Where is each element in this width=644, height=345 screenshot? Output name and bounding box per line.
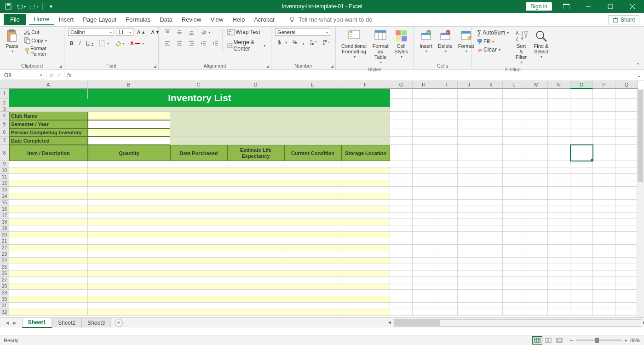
- horizontal-scrollbar[interactable]: ◄ ►: [393, 319, 641, 327]
- cell[interactable]: [503, 296, 525, 303]
- cell[interactable]: [170, 107, 227, 112]
- cell[interactable]: [284, 296, 341, 303]
- cell[interactable]: [390, 99, 413, 107]
- cell[interactable]: [503, 270, 525, 277]
- cell[interactable]: [170, 213, 227, 219]
- column-header[interactable]: A: [9, 81, 88, 89]
- cell[interactable]: [458, 219, 480, 225]
- cell[interactable]: [390, 290, 413, 296]
- cell[interactable]: [458, 193, 480, 200]
- cell[interactable]: [615, 174, 638, 180]
- cell[interactable]: [435, 232, 458, 238]
- cell[interactable]: [615, 112, 638, 120]
- cell[interactable]: [284, 174, 341, 180]
- cell[interactable]: [615, 245, 638, 251]
- cell[interactable]: [341, 264, 390, 270]
- cell[interactable]: [170, 232, 227, 238]
- cell[interactable]: [548, 258, 570, 264]
- cell[interactable]: [548, 145, 570, 161]
- cell[interactable]: [227, 161, 284, 167]
- cell[interactable]: [615, 200, 638, 206]
- cell[interactable]: [170, 89, 227, 99]
- cell[interactable]: [480, 238, 503, 245]
- cell[interactable]: [458, 264, 480, 270]
- cell[interactable]: [435, 128, 458, 137]
- cell[interactable]: [9, 303, 88, 309]
- cell[interactable]: [284, 120, 341, 128]
- cell[interactable]: [548, 193, 570, 200]
- cell[interactable]: [593, 309, 615, 316]
- sheet-nav-prev-icon[interactable]: ◄: [5, 320, 10, 326]
- cell[interactable]: [458, 120, 480, 128]
- cell[interactable]: [170, 174, 227, 180]
- cell[interactable]: [390, 283, 413, 290]
- new-sheet-button[interactable]: +: [115, 319, 123, 327]
- cell[interactable]: [480, 225, 503, 232]
- cell[interactable]: [88, 99, 170, 107]
- cell[interactable]: [390, 232, 413, 238]
- cell[interactable]: [548, 270, 570, 277]
- borders-button[interactable]: ▾: [97, 40, 111, 47]
- cell[interactable]: [390, 120, 413, 128]
- cell[interactable]: [593, 145, 615, 161]
- cell[interactable]: [390, 245, 413, 251]
- cell[interactable]: [435, 213, 458, 219]
- row-header[interactable]: 29: [0, 290, 9, 296]
- alignment-launcher-icon[interactable]: ◢: [266, 64, 269, 69]
- cell[interactable]: [593, 232, 615, 238]
- cell[interactable]: [525, 270, 548, 277]
- cell[interactable]: [615, 303, 638, 309]
- cell[interactable]: [458, 258, 480, 264]
- cell[interactable]: [615, 167, 638, 174]
- cell[interactable]: [88, 206, 170, 213]
- cell[interactable]: [413, 264, 435, 270]
- format-painter-button[interactable]: Format Painter: [22, 45, 60, 57]
- minimize-icon[interactable]: [578, 0, 599, 13]
- cell[interactable]: [480, 161, 503, 167]
- cell[interactable]: [170, 120, 227, 128]
- cell[interactable]: [341, 296, 390, 303]
- cell[interactable]: [593, 180, 615, 187]
- cell[interactable]: [435, 145, 458, 161]
- cell[interactable]: [570, 290, 593, 296]
- cell[interactable]: [503, 193, 525, 200]
- cell[interactable]: [458, 277, 480, 283]
- wrap-text-button[interactable]: abcWrap Text: [225, 29, 267, 36]
- cell[interactable]: [88, 277, 170, 283]
- cell[interactable]: [570, 187, 593, 193]
- cell[interactable]: [227, 112, 284, 120]
- cell[interactable]: [341, 213, 390, 219]
- cell[interactable]: [570, 277, 593, 283]
- cell[interactable]: [458, 89, 480, 99]
- cell[interactable]: [570, 180, 593, 187]
- cell[interactable]: [341, 303, 390, 309]
- cell[interactable]: [570, 145, 593, 161]
- merge-center-button[interactable]: Merge & Center▾: [225, 39, 267, 52]
- column-header[interactable]: C: [170, 81, 227, 89]
- cell[interactable]: [88, 219, 170, 225]
- tab-data[interactable]: Data: [155, 14, 177, 25]
- cell[interactable]: [615, 180, 638, 187]
- cell[interactable]: [88, 107, 170, 112]
- cell[interactable]: [593, 264, 615, 270]
- column-header[interactable]: O: [570, 81, 593, 89]
- cell[interactable]: [341, 99, 390, 107]
- cell[interactable]: [170, 283, 227, 290]
- cell[interactable]: [170, 251, 227, 258]
- cell[interactable]: [593, 303, 615, 309]
- cell[interactable]: [480, 137, 503, 145]
- cell[interactable]: [390, 107, 413, 112]
- cell[interactable]: [413, 232, 435, 238]
- scroll-left-icon[interactable]: ◄: [386, 320, 393, 326]
- cell[interactable]: [9, 213, 88, 219]
- column-header[interactable]: L: [503, 81, 525, 89]
- cell[interactable]: [525, 193, 548, 200]
- cell[interactable]: [227, 128, 284, 137]
- cell[interactable]: [9, 107, 88, 112]
- cell[interactable]: [548, 303, 570, 309]
- cell[interactable]: [480, 107, 503, 112]
- row-header[interactable]: 25: [0, 264, 9, 270]
- maximize-icon[interactable]: [600, 0, 621, 13]
- cell[interactable]: [390, 303, 413, 309]
- zoom-out-button[interactable]: −: [570, 338, 573, 343]
